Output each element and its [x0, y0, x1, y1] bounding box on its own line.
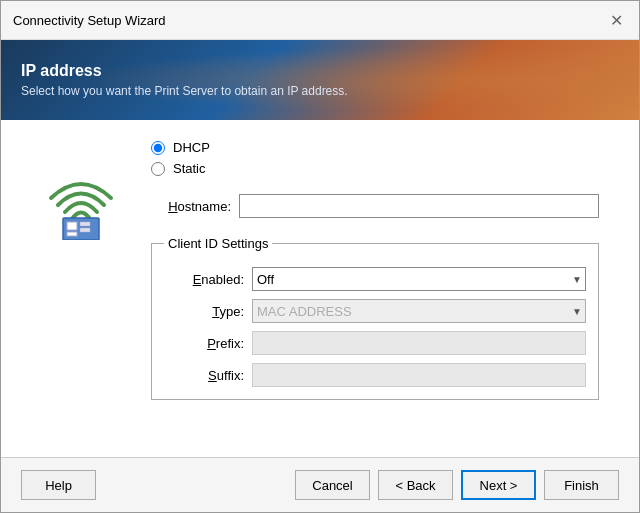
static-radio[interactable]	[151, 162, 165, 176]
close-button[interactable]: ✕	[605, 9, 627, 31]
prefix-input[interactable]	[252, 331, 586, 355]
hostname-input[interactable]	[239, 194, 599, 218]
form-area: DHCP Static Hostname: Client ID Settings	[151, 140, 599, 437]
header-title: IP address	[21, 62, 619, 80]
svg-rect-5	[80, 228, 90, 232]
header-subtitle: Select how you want the Print Server to …	[21, 84, 619, 98]
prefix-label: Prefix:	[164, 336, 244, 351]
client-id-group: Client ID Settings Enabled: Off On ▼ Typ…	[151, 236, 599, 400]
next-button[interactable]: Next >	[461, 470, 536, 500]
enabled-select[interactable]: Off On	[252, 267, 586, 291]
content-area: DHCP Static Hostname: Client ID Settings	[1, 120, 639, 457]
window-title: Connectivity Setup Wizard	[13, 13, 165, 28]
client-id-legend: Client ID Settings	[164, 236, 272, 251]
dhcp-radio-item[interactable]: DHCP	[151, 140, 599, 155]
type-label: Type:	[164, 304, 244, 319]
header-banner: IP address Select how you want the Print…	[1, 40, 639, 120]
static-label: Static	[173, 161, 206, 176]
title-bar: Connectivity Setup Wizard ✕	[1, 1, 639, 40]
suffix-row: Suffix:	[164, 363, 586, 387]
dhcp-radio[interactable]	[151, 141, 165, 155]
hostname-row: Hostname:	[151, 194, 599, 218]
static-radio-item[interactable]: Static	[151, 161, 599, 176]
footer: Help Cancel < Back Next > Finish	[1, 457, 639, 512]
type-select-wrapper: MAC ADDRESS ▼	[252, 299, 586, 323]
hostname-label: Hostname:	[151, 199, 231, 214]
enabled-select-wrapper: Off On ▼	[252, 267, 586, 291]
back-button[interactable]: < Back	[378, 470, 453, 500]
svg-rect-4	[80, 222, 90, 226]
suffix-label: Suffix:	[164, 368, 244, 383]
type-select[interactable]: MAC ADDRESS	[252, 299, 586, 323]
icon-area	[41, 140, 131, 437]
cancel-button[interactable]: Cancel	[295, 470, 370, 500]
hostname-label-text: Hostname:	[168, 199, 231, 214]
help-button[interactable]: Help	[21, 470, 96, 500]
finish-button[interactable]: Finish	[544, 470, 619, 500]
enabled-label: Enabled:	[164, 272, 244, 287]
svg-rect-2	[67, 222, 77, 230]
prefix-row: Prefix:	[164, 331, 586, 355]
wifi-printer-icon	[41, 160, 121, 240]
dhcp-label: DHCP	[173, 140, 210, 155]
dialog-window: Connectivity Setup Wizard ✕ IP address S…	[0, 0, 640, 513]
suffix-input[interactable]	[252, 363, 586, 387]
enabled-row: Enabled: Off On ▼	[164, 267, 586, 291]
svg-rect-3	[67, 232, 77, 236]
type-row: Type: MAC ADDRESS ▼	[164, 299, 586, 323]
ip-type-radio-group: DHCP Static	[151, 140, 599, 176]
